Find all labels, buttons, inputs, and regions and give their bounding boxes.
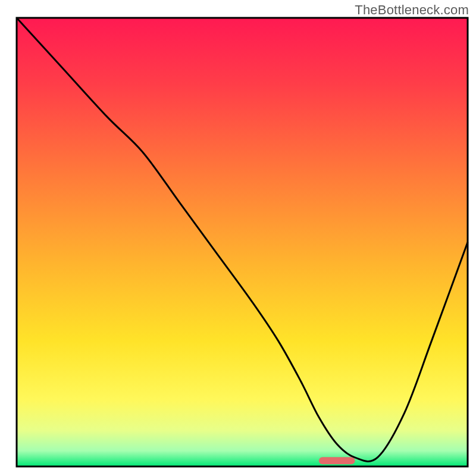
optimal-zone-marker [319, 457, 355, 464]
bottleneck-chart [0, 0, 476, 476]
watermark-text: TheBottleneck.com [355, 2, 469, 18]
gradient-background [17, 18, 468, 466]
chart-container: { "watermark": "TheBottleneck.com", "cha… [0, 0, 476, 476]
